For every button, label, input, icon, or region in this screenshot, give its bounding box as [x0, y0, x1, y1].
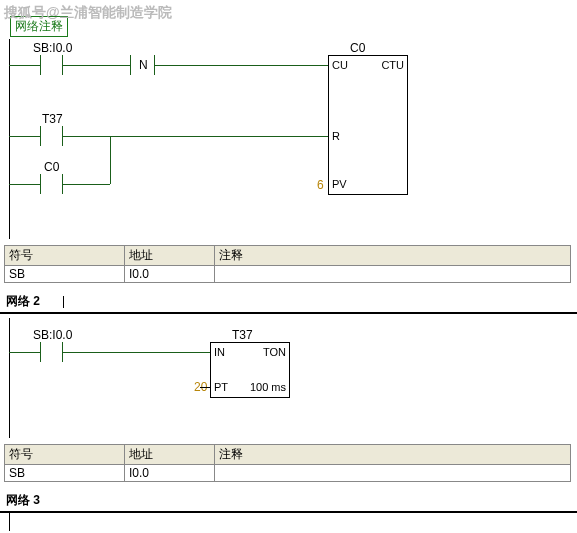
- ton-box: IN TON PT 100 ms: [210, 342, 290, 398]
- network1-comment-label: 网络注释: [10, 16, 68, 37]
- network3-rung: [0, 513, 577, 531]
- ctu-box: CU CTU R PV: [328, 55, 408, 195]
- th-address: 地址: [125, 246, 215, 266]
- wire: [62, 184, 110, 185]
- ton-in-label: IN: [214, 346, 225, 358]
- contact-t37-left: [40, 126, 41, 146]
- network2-title: 网络 2: [6, 294, 40, 308]
- contact-sb-label: SB:I0.0: [33, 41, 72, 55]
- left-rail: [9, 39, 10, 239]
- contact-sb-label-2: SB:I0.0: [33, 328, 72, 342]
- td-address: I0.0: [125, 266, 215, 283]
- wire: [62, 136, 328, 137]
- wire: [62, 65, 130, 66]
- td-symbol: SB: [5, 266, 125, 283]
- network3-title: 网络 3: [6, 493, 40, 507]
- pulse-n-left: [130, 55, 131, 75]
- td-symbol: SB: [5, 465, 125, 482]
- wire-join: [110, 136, 111, 184]
- symbol-table-1: 符号 地址 注释 SB I0.0: [4, 245, 571, 283]
- network1-rung: SB:I0.0 N C0 CU CTU R PV 6 T37 C0: [0, 39, 577, 239]
- ctu-pv-label: PV: [332, 178, 347, 190]
- contact-sb2-left: [40, 342, 41, 362]
- ctu-r-label: R: [332, 130, 340, 142]
- ton-pt-label: PT: [214, 381, 228, 393]
- wire: [154, 65, 328, 66]
- wire: [9, 136, 40, 137]
- contact-t37-label: T37: [42, 112, 63, 126]
- network3-header: 网络 3: [0, 488, 577, 513]
- text-cursor: [63, 296, 64, 308]
- ton-title: T37: [232, 328, 253, 342]
- wire: [9, 65, 40, 66]
- th-symbol: 符号: [5, 445, 125, 465]
- th-comment: 注释: [215, 246, 571, 266]
- pulse-n-label: N: [139, 58, 148, 72]
- left-rail: [9, 318, 10, 438]
- ctu-pv-value: 6: [317, 178, 324, 192]
- network2-header: 网络 2: [0, 289, 577, 314]
- wire: [9, 352, 40, 353]
- wire: [62, 352, 210, 353]
- contact-sb-left: [40, 55, 41, 75]
- network2-rung: SB:I0.0 T37 IN TON PT 100 ms 20: [0, 318, 577, 438]
- td-address: I0.0: [125, 465, 215, 482]
- wire: [9, 184, 40, 185]
- td-comment: [215, 266, 571, 283]
- ctu-cu-label: CU: [332, 59, 348, 71]
- th-symbol: 符号: [5, 246, 125, 266]
- ton-type-label: TON: [263, 346, 286, 358]
- ctu-title: C0: [350, 41, 365, 55]
- th-comment: 注释: [215, 445, 571, 465]
- symbol-table-2: 符号 地址 注释 SB I0.0: [4, 444, 571, 482]
- left-rail: [9, 513, 10, 531]
- td-comment: [215, 465, 571, 482]
- ton-timebase: 100 ms: [250, 381, 286, 393]
- th-address: 地址: [125, 445, 215, 465]
- ctu-type-label: CTU: [381, 59, 404, 71]
- contact-c0-left: [40, 174, 41, 194]
- pt-wire: [200, 387, 210, 388]
- contact-c0-label: C0: [44, 160, 59, 174]
